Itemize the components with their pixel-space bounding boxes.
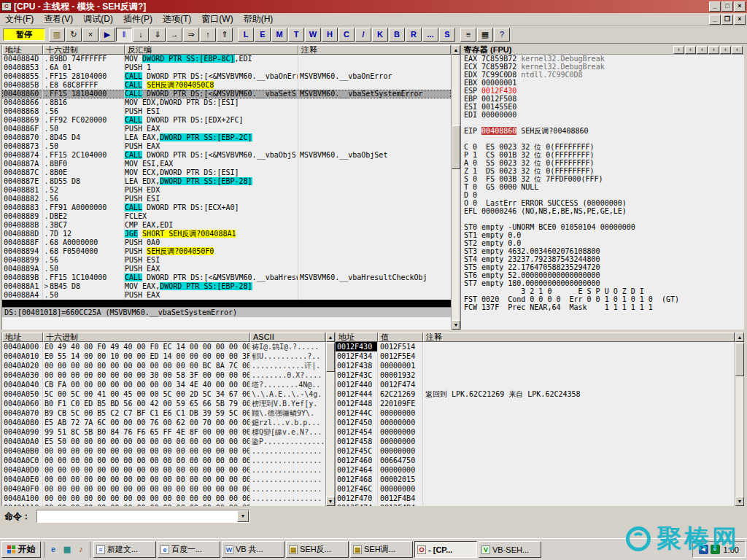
task-button[interactable]: ▤SEH调... <box>350 541 413 558</box>
stack-row[interactable]: 0012F43C00001932 <box>336 370 735 380</box>
disassembly-row[interactable]: 00408883.FF91 A0000000CALL DWORD PTR DS:… <box>2 203 451 212</box>
column-header[interactable]: 注释 <box>423 332 735 342</box>
task-button[interactable]: e百度一... <box>158 541 220 558</box>
toolbar-letter-button[interactable]: H <box>322 28 338 42</box>
register-line[interactable]: S 0 FS 003B 32 位 7FFDF000(FFF) <box>461 175 744 183</box>
dump-row[interactable]: 0040A000E0 49 40 00 F0 49 40 00 F0 EC 14… <box>2 342 325 351</box>
close-button[interactable]: × <box>734 1 746 12</box>
disassembly-scrollbar[interactable]: ▲ ▼ <box>451 45 460 330</box>
scroll-down-button[interactable]: ▼ <box>735 497 744 506</box>
disassembly-row[interactable]: 00408873.50PUSH EAX <box>2 142 451 151</box>
mdi-minimize-button[interactable]: _ <box>709 15 721 25</box>
scroll-down-button[interactable]: ▼ <box>452 320 460 330</box>
toolbar-letter-button[interactable]: R <box>406 28 422 42</box>
stack-row[interactable]: 0012F4700012F4B4 <box>336 494 735 503</box>
stack-row[interactable]: 0012F46C00000000 <box>336 484 735 494</box>
disassembly-row[interactable]: 0040886F.50PUSH EAX <box>2 125 451 133</box>
dump-row[interactable]: 0040A010E0 55 14 00 00 10 00 00 ED 14 00… <box>2 351 325 361</box>
dump-row[interactable]: 0040A10000 00 00 00 00 00 00 00 00 00 00… <box>2 494 325 503</box>
chevron-down-icon[interactable]: ▼ <box>237 510 249 522</box>
task-button[interactable]: ▤SEH反... <box>286 541 349 558</box>
stack-row[interactable]: 0012F45400000000 <box>336 427 735 437</box>
menu-item[interactable]: 调试(D) <box>78 12 118 26</box>
register-line[interactable]: A 0 SS 0023 32 位 0(FFFFFFFF) <box>461 159 744 167</box>
dump-row[interactable]: 0040A11000 00 00 00 00 00 00 00 00 00 00… <box>2 503 325 506</box>
execute-till-return-icon[interactable]: ↑ <box>200 28 216 42</box>
disassembly-row[interactable]: 0040885B.E8 68C8FFFFCALL SEH反调?004050C8 <box>2 81 451 90</box>
stack-row[interactable]: 0012F46800002015 <box>336 475 735 484</box>
scroll-up-button[interactable]: ▲ <box>452 45 460 55</box>
toolbar-letter-button[interactable]: M <box>271 28 287 42</box>
register-line[interactable]: FST 0020 Cond 0 0 0 0 Err 0 0 1 0 1 0 1 … <box>461 295 744 303</box>
scroll-down-button[interactable]: ▼ <box>326 497 335 506</box>
task-button[interactable]: ≡新建文... <box>93 541 156 558</box>
menu-item[interactable]: 帮助(H) <box>239 12 279 26</box>
close-program-icon[interactable]: × <box>82 28 98 42</box>
dump-row[interactable]: 0040A0505C 00 5C 00 41 00 45 00 00 5C 00… <box>2 389 325 399</box>
register-line[interactable]: ST6 empty 52.000000000000000000 <box>461 271 744 279</box>
stack-row[interactable]: 0012F4400012F474 <box>336 380 735 389</box>
register-line[interactable]: 3 2 1 0 E S P U O Z D I <box>461 287 744 295</box>
register-line[interactable]: EFL 00000246 (NO,NB,E,BE,NS,PE,GE,LE) <box>461 207 744 215</box>
register-line[interactable] <box>461 135 744 143</box>
toolbar-letter-button[interactable]: E <box>255 28 271 42</box>
register-line[interactable] <box>461 215 744 223</box>
toolbar-letter-button[interactable]: W <box>305 28 321 42</box>
disassembly-row[interactable]: 0040884D.89BD 74FFFFFFMOV DWORD PTR SS:[… <box>2 55 451 63</box>
dump-row[interactable]: 0040A0C000 00 00 00 00 00 00 00 00 00 00… <box>2 456 325 465</box>
register-line[interactable]: ESI 001455E0 <box>461 103 744 111</box>
toolbar-letter-button[interactable]: T <box>288 28 304 42</box>
stack-row[interactable]: 0012F4300012F514 <box>336 342 735 351</box>
start-button[interactable]: 开始 <box>1 541 41 558</box>
disassembly-row[interactable]: 0040887A.8BF0MOV ESI,EAX <box>2 160 451 168</box>
column-header[interactable]: 地址 <box>336 332 378 342</box>
register-line[interactable]: EBP 0012F508 <box>461 95 744 103</box>
disassembly-row[interactable]: 0040888D.7D 12JGE SHORT SEH反调?004088A1 <box>2 230 451 238</box>
register-line[interactable]: EBX 00000001 <box>461 79 744 87</box>
register-line[interactable]: ST3 empty 4632.0034602076108800 <box>461 247 744 255</box>
dump-row[interactable]: 0040A09099 51 8C 5B B0 84 76 F6 65 FF 4E… <box>2 427 325 437</box>
disassembly-row[interactable]: 0040887E.8D55 D8LEA EDX,DWORD PTR SS:[EB… <box>2 177 451 186</box>
register-line[interactable]: ECX 7C859B72 kernel32.DebugBreak <box>461 63 744 71</box>
trace-into-icon[interactable]: → <box>166 28 182 42</box>
register-line[interactable]: Z 1 DS 0023 32 位 0(FFFFFFFF) <box>461 167 744 175</box>
scroll-thumb[interactable] <box>452 125 460 169</box>
disassembly-row[interactable]: 004088A4.50PUSH EAX <box>2 291 451 300</box>
info-line[interactable]: DS:[00401018]=660CC25A (MSVBVM60.__vbaSe… <box>2 308 451 317</box>
windows-list-icon[interactable]: ≡ <box>460 28 476 42</box>
register-line[interactable] <box>461 119 744 127</box>
toolbar-letter-button[interactable]: S <box>439 28 455 42</box>
disassembly-row[interactable]: 0040888F.68 A0000000PUSH 0A0 <box>2 238 451 247</box>
app-icon[interactable]: C <box>1 2 12 11</box>
dump-row[interactable]: 0040A0B000 00 00 00 00 00 00 00 00 00 00… <box>2 446 325 456</box>
chevron-left-icon[interactable]: ‹ <box>708 46 719 54</box>
stack-row[interactable]: 0012F45800000000 <box>336 437 735 446</box>
pause-icon[interactable]: ‖ <box>116 28 132 42</box>
register-line[interactable]: P 1 CS 001B 32 位 0(FFFFFFFF) <box>461 151 744 159</box>
column-header[interactable]: 十六进制 <box>43 45 125 55</box>
dump-row[interactable]: 0040A02000 00 00 00 00 00 00 00 00 00 00… <box>2 361 325 370</box>
register-line[interactable]: C 0 ES 0023 32 位 0(FFFFFFFF) <box>461 143 744 151</box>
register-line[interactable]: ST4 empty 23237.792387543244800 <box>461 255 744 263</box>
disassembly-row[interactable]: 00408868.56PUSH ESI <box>2 107 451 116</box>
disassembly-row[interactable]: 0040889B.FF15 1C104000CALL DWORD PTR DS:… <box>2 273 451 282</box>
menu-item[interactable]: 选项(T) <box>158 12 196 26</box>
toolbar-letter-button[interactable]: L <box>238 28 254 42</box>
dump-row[interactable]: 0040A040CB FA 00 00 00 00 00 00 00 00 34… <box>2 380 325 389</box>
toolbar-letter-button[interactable]: C <box>338 28 355 42</box>
dump-row[interactable]: 0040A080E5 AB 72 7A 6C 00 00 00 76 00 62… <box>2 418 325 427</box>
register-line[interactable]: EAX 7C859B72 kernel32.DebugBreak <box>461 55 744 63</box>
disassembly-row[interactable]: 0040888B.3BC7CMP EAX,EDI <box>2 221 451 230</box>
mdi-close-button[interactable]: × <box>734 15 746 25</box>
column-header[interactable]: 注释 <box>298 45 451 55</box>
disassembly-row[interactable]: 00408870.8D45 D4LEA EAX,DWORD PTR SS:[EB… <box>2 133 451 142</box>
stack-row[interactable]: 0012F45000000000 <box>336 418 735 427</box>
task-button[interactable]: WVB 共... <box>222 541 285 558</box>
trace-over-icon[interactable]: ⇒ <box>183 28 199 42</box>
register-line[interactable]: EIP 00408860 SEH反调?00408860 <box>461 127 744 135</box>
stack-row[interactable]: 0012F44462C21269返回到 LPK.62C21269 来自 LPK.… <box>336 389 735 399</box>
register-line[interactable]: ST2 empty 0.0 <box>461 239 744 247</box>
menu-item[interactable]: 插件(P) <box>118 12 158 26</box>
step-over-icon[interactable]: ⇓ <box>150 28 166 42</box>
desktop-icon[interactable]: ▦ <box>61 544 73 556</box>
